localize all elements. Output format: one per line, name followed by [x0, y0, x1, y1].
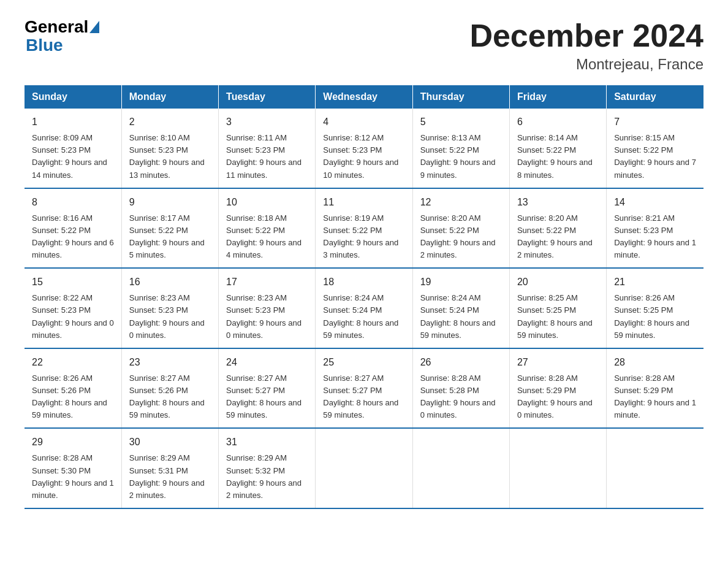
day-info: Sunrise: 8:28 AMSunset: 5:30 PMDaylight:… [32, 452, 114, 502]
calendar-title: December 2024 [469, 18, 703, 53]
title-block: December 2024 Montrejeau, France [469, 18, 703, 73]
day-number: 29 [32, 435, 114, 450]
day-number: 24 [226, 355, 308, 370]
day-number: 23 [129, 355, 211, 370]
day-info: Sunrise: 8:23 AMSunset: 5:23 PMDaylight:… [129, 292, 211, 342]
calendar-week-row: 29Sunrise: 8:28 AMSunset: 5:30 PMDayligh… [25, 428, 703, 508]
day-number: 9 [129, 195, 211, 210]
day-info: Sunrise: 8:16 AMSunset: 5:22 PMDaylight:… [32, 212, 114, 262]
day-info: Sunrise: 8:28 AMSunset: 5:28 PMDaylight:… [420, 372, 502, 422]
calendar-day-cell: 24Sunrise: 8:27 AMSunset: 5:27 PMDayligh… [219, 348, 316, 429]
calendar-day-cell: 25Sunrise: 8:27 AMSunset: 5:27 PMDayligh… [316, 348, 412, 429]
day-number: 7 [614, 115, 696, 129]
day-number: 21 [614, 275, 696, 289]
day-number: 28 [614, 355, 696, 370]
day-info: Sunrise: 8:28 AMSunset: 5:29 PMDaylight:… [517, 372, 599, 422]
calendar-day-cell [316, 428, 412, 508]
day-info: Sunrise: 8:26 AMSunset: 5:26 PMDaylight:… [32, 372, 114, 422]
calendar-day-cell: 6Sunrise: 8:14 AMSunset: 5:22 PMDaylight… [509, 109, 606, 188]
day-number: 25 [323, 355, 404, 370]
day-number: 13 [517, 195, 599, 210]
calendar-week-row: 8Sunrise: 8:16 AMSunset: 5:22 PMDaylight… [25, 188, 703, 269]
calendar-day-cell: 14Sunrise: 8:21 AMSunset: 5:23 PMDayligh… [607, 188, 703, 269]
calendar-day-cell: 27Sunrise: 8:28 AMSunset: 5:29 PMDayligh… [509, 348, 606, 429]
day-number: 3 [226, 115, 308, 129]
day-number: 2 [129, 115, 211, 129]
day-info: Sunrise: 8:27 AMSunset: 5:26 PMDaylight:… [129, 372, 211, 422]
calendar-day-cell: 7Sunrise: 8:15 AMSunset: 5:22 PMDaylight… [607, 109, 703, 188]
day-number: 22 [32, 355, 114, 370]
day-number: 18 [323, 275, 404, 289]
calendar-day-cell: 18Sunrise: 8:24 AMSunset: 5:24 PMDayligh… [316, 268, 412, 348]
day-info: Sunrise: 8:27 AMSunset: 5:27 PMDaylight:… [323, 372, 404, 422]
calendar-day-cell: 15Sunrise: 8:22 AMSunset: 5:23 PMDayligh… [25, 268, 121, 348]
day-info: Sunrise: 8:17 AMSunset: 5:22 PMDaylight:… [129, 212, 211, 262]
day-info: Sunrise: 8:23 AMSunset: 5:23 PMDaylight:… [226, 292, 308, 342]
calendar-day-cell: 5Sunrise: 8:13 AMSunset: 5:22 PMDaylight… [412, 109, 509, 188]
header-tuesday: Tuesday [219, 85, 316, 109]
calendar-day-cell: 10Sunrise: 8:18 AMSunset: 5:22 PMDayligh… [219, 188, 316, 269]
day-number: 14 [614, 195, 696, 210]
day-number: 5 [420, 115, 502, 129]
header-friday: Friday [509, 85, 606, 109]
day-info: Sunrise: 8:22 AMSunset: 5:23 PMDaylight:… [32, 292, 114, 342]
calendar-day-cell: 29Sunrise: 8:28 AMSunset: 5:30 PMDayligh… [25, 428, 121, 508]
day-number: 20 [517, 275, 599, 289]
page-header: General Blue December 2024 Montrejeau, F… [25, 18, 703, 73]
day-info: Sunrise: 8:29 AMSunset: 5:31 PMDaylight:… [129, 452, 211, 502]
calendar-day-cell: 12Sunrise: 8:20 AMSunset: 5:22 PMDayligh… [412, 188, 509, 269]
day-info: Sunrise: 8:18 AMSunset: 5:22 PMDaylight:… [226, 212, 308, 262]
calendar-day-cell: 17Sunrise: 8:23 AMSunset: 5:23 PMDayligh… [219, 268, 316, 348]
day-info: Sunrise: 8:19 AMSunset: 5:22 PMDaylight:… [323, 212, 404, 262]
calendar-day-cell: 2Sunrise: 8:10 AMSunset: 5:23 PMDaylight… [121, 109, 218, 188]
day-info: Sunrise: 8:14 AMSunset: 5:22 PMDaylight:… [517, 132, 599, 182]
calendar-day-cell: 8Sunrise: 8:16 AMSunset: 5:22 PMDaylight… [25, 188, 121, 269]
calendar-day-cell [509, 428, 606, 508]
calendar-day-cell [412, 428, 509, 508]
day-number: 4 [323, 115, 404, 129]
logo-general-text: General [25, 18, 88, 36]
day-info: Sunrise: 8:24 AMSunset: 5:24 PMDaylight:… [323, 292, 404, 342]
calendar-day-cell: 21Sunrise: 8:26 AMSunset: 5:25 PMDayligh… [607, 268, 703, 348]
calendar-day-cell: 1Sunrise: 8:09 AMSunset: 5:23 PMDaylight… [25, 109, 121, 188]
calendar-week-row: 22Sunrise: 8:26 AMSunset: 5:26 PMDayligh… [25, 348, 703, 429]
header-saturday: Saturday [607, 85, 703, 109]
day-number: 1 [32, 115, 114, 129]
day-number: 27 [517, 355, 599, 370]
day-number: 15 [32, 275, 114, 289]
header-monday: Monday [121, 85, 218, 109]
day-info: Sunrise: 8:13 AMSunset: 5:22 PMDaylight:… [420, 132, 502, 182]
calendar-header-row: Sunday Monday Tuesday Wednesday Thursday… [25, 85, 703, 109]
calendar-day-cell [607, 428, 703, 508]
day-info: Sunrise: 8:27 AMSunset: 5:27 PMDaylight:… [226, 372, 308, 422]
day-number: 12 [420, 195, 502, 210]
calendar-week-row: 15Sunrise: 8:22 AMSunset: 5:23 PMDayligh… [25, 268, 703, 348]
day-number: 16 [129, 275, 211, 289]
day-number: 26 [420, 355, 502, 370]
day-info: Sunrise: 8:09 AMSunset: 5:23 PMDaylight:… [32, 132, 114, 182]
day-number: 30 [129, 435, 211, 450]
day-info: Sunrise: 8:10 AMSunset: 5:23 PMDaylight:… [129, 132, 211, 182]
day-info: Sunrise: 8:21 AMSunset: 5:23 PMDaylight:… [614, 212, 696, 262]
calendar-day-cell: 31Sunrise: 8:29 AMSunset: 5:32 PMDayligh… [219, 428, 316, 508]
day-number: 11 [323, 195, 404, 210]
header-thursday: Thursday [412, 85, 509, 109]
day-info: Sunrise: 8:25 AMSunset: 5:25 PMDaylight:… [517, 292, 599, 342]
calendar-subtitle: Montrejeau, France [469, 56, 703, 73]
header-wednesday: Wednesday [316, 85, 412, 109]
logo-blue-text: Blue [26, 36, 63, 55]
day-number: 31 [226, 435, 308, 450]
calendar-day-cell: 28Sunrise: 8:28 AMSunset: 5:29 PMDayligh… [607, 348, 703, 429]
calendar-day-cell: 11Sunrise: 8:19 AMSunset: 5:22 PMDayligh… [316, 188, 412, 269]
calendar-day-cell: 16Sunrise: 8:23 AMSunset: 5:23 PMDayligh… [121, 268, 218, 348]
day-info: Sunrise: 8:28 AMSunset: 5:29 PMDaylight:… [614, 372, 696, 422]
calendar-week-row: 1Sunrise: 8:09 AMSunset: 5:23 PMDaylight… [25, 109, 703, 188]
logo-triangle-icon [89, 21, 99, 33]
day-info: Sunrise: 8:29 AMSunset: 5:32 PMDaylight:… [226, 452, 308, 502]
calendar-day-cell: 26Sunrise: 8:28 AMSunset: 5:28 PMDayligh… [412, 348, 509, 429]
calendar-day-cell: 22Sunrise: 8:26 AMSunset: 5:26 PMDayligh… [25, 348, 121, 429]
day-info: Sunrise: 8:26 AMSunset: 5:25 PMDaylight:… [614, 292, 696, 342]
calendar-day-cell: 13Sunrise: 8:20 AMSunset: 5:22 PMDayligh… [509, 188, 606, 269]
day-info: Sunrise: 8:24 AMSunset: 5:24 PMDaylight:… [420, 292, 502, 342]
logo: General Blue [25, 18, 100, 55]
